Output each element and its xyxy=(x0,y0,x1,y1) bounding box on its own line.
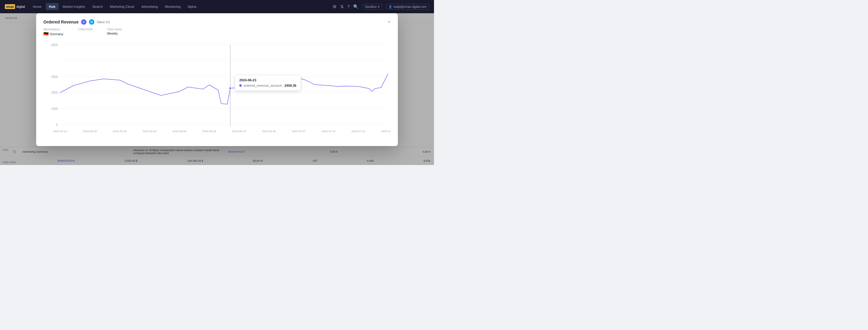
logo-box: emax xyxy=(5,4,15,9)
modal-title: Ordered Revenue xyxy=(43,20,79,24)
svg-text:0: 0 xyxy=(56,123,58,127)
svg-text:2024-06-23: 2024-06-23 xyxy=(232,130,246,133)
sort-icon[interactable]: ⇅ xyxy=(340,4,344,9)
svg-text:3000: 3000 xyxy=(51,75,58,78)
nav-alpha[interactable]: Alpha xyxy=(185,3,199,10)
chart-svg: 4000 3000 2000 1000 0 2024-05-12 2024-05… xyxy=(43,39,391,141)
nav-market-insights[interactable]: Market Insights xyxy=(60,3,88,10)
modal-close-button[interactable]: × xyxy=(388,20,391,24)
modal-header: Ordered Revenue V M Value (¤) × xyxy=(43,19,391,25)
asin-meta-label: Child ASIN xyxy=(78,28,93,31)
svg-text:4000: 4000 xyxy=(51,43,58,47)
timeframe-meta: Time frame Weekly xyxy=(107,28,122,36)
nav-search[interactable]: Search xyxy=(89,3,106,10)
marketplace-meta-label: Marketplace xyxy=(43,28,63,31)
svg-text:2024-07-07: 2024-07-07 xyxy=(292,130,306,133)
user-button[interactable]: 👤 nadja@emax-digital.com xyxy=(386,4,429,10)
timeframe-value: Weekly xyxy=(107,32,118,35)
badge-m: M xyxy=(89,19,94,25)
nav-hub[interactable]: Hub xyxy=(46,3,58,10)
timeframe-meta-value: Weekly xyxy=(107,32,122,35)
user-icon: 👤 xyxy=(389,5,392,8)
svg-text:2024-07-28: 2024-07-28 xyxy=(381,130,391,133)
marketplace-meta: Marketplace 🇩🇪 Germany xyxy=(43,28,63,36)
help-icon[interactable]: ? xyxy=(347,4,350,9)
sandbox-button[interactable]: Sandbox ▾ xyxy=(362,4,382,10)
modal-meta: Marketplace 🇩🇪 Germany Child ASIN Time f… xyxy=(43,28,391,36)
svg-text:2024-07-21: 2024-07-21 xyxy=(351,130,365,133)
modal-subtitle: Value (¤) xyxy=(97,20,110,24)
svg-text:2024-05-26: 2024-05-26 xyxy=(113,130,127,133)
svg-text:2024-05-19: 2024-05-19 xyxy=(83,130,97,133)
nav-right-area: ⚙ ⇅ ? 🔍 Sandbox ▾ 👤 nadja@emax-digital.c… xyxy=(333,4,429,10)
ordered-revenue-modal: Ordered Revenue V M Value (¤) × Marketpl… xyxy=(36,13,398,146)
modal-title-area: Ordered Revenue V M Value (¤) xyxy=(43,19,110,25)
marketplace-meta-value: 🇩🇪 Germany xyxy=(43,32,63,36)
nav-advertising[interactable]: Advertising xyxy=(138,3,161,10)
nav-marketing-cloud[interactable]: Marketing Cloud xyxy=(107,3,137,10)
svg-text:2024-06-02: 2024-06-02 xyxy=(143,130,156,133)
svg-text:2024-05-12: 2024-05-12 xyxy=(53,130,67,133)
settings-icon[interactable]: ⚙ xyxy=(333,4,337,9)
svg-text:2024-06-16: 2024-06-16 xyxy=(202,130,216,133)
svg-text:1000: 1000 xyxy=(51,107,58,110)
svg-text:2024-07-14: 2024-07-14 xyxy=(321,130,336,133)
chart-tooltip-dot xyxy=(229,87,231,90)
top-navigation: emax digital Home Hub Market Insights Se… xyxy=(0,0,434,13)
timeframe-meta-label: Time frame xyxy=(107,28,122,31)
logo-text: digital xyxy=(16,5,25,8)
svg-text:2000: 2000 xyxy=(51,91,58,94)
asin-meta: Child ASIN xyxy=(78,28,93,36)
germany-flag: 🇩🇪 xyxy=(43,32,49,36)
badge-v: V xyxy=(81,19,87,25)
chart-container: 4000 3000 2000 1000 0 2024-05-12 2024-05… xyxy=(43,39,391,141)
nav-home[interactable]: Home xyxy=(30,3,44,10)
chart-line xyxy=(60,73,388,104)
search-icon[interactable]: 🔍 xyxy=(353,4,358,9)
marketplace-country: Germany xyxy=(50,32,63,36)
logo: emax digital xyxy=(5,4,25,9)
svg-text:2024-06-30: 2024-06-30 xyxy=(262,130,276,133)
nav-monitoring[interactable]: Monitoring xyxy=(162,3,184,10)
svg-text:2024-06-09: 2024-06-09 xyxy=(173,130,186,133)
